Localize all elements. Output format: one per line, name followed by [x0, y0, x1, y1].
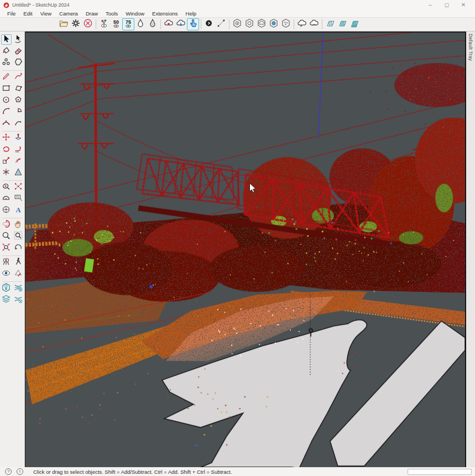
transparency-off-button[interactable]: [134, 18, 147, 30]
undet-classify-layers[interactable]: [1, 295, 12, 305]
hex-circle-icon: [244, 18, 254, 30]
mesh-tint-icon: [337, 18, 347, 30]
rotated-rectangle-tool[interactable]: [13, 83, 24, 94]
undet-import-point-cloud[interactable]: [1, 283, 12, 294]
paint-bucket-tool[interactable]: [1, 46, 12, 56]
mesh-from-ground-button[interactable]: [324, 18, 336, 30]
snap-sphere-button[interactable]: [268, 18, 280, 30]
default-tray-tab[interactable]: Default Tray: [468, 34, 473, 61]
follow-me-tool[interactable]: [13, 144, 24, 155]
scale-tool[interactable]: [1, 156, 12, 166]
position-camera-tool[interactable]: [1, 257, 12, 268]
two-point-arc-tool[interactable]: [1, 118, 12, 129]
measure-point-line-button[interactable]: [215, 18, 227, 30]
position-texture-tool[interactable]: [1, 182, 12, 192]
menu-draw[interactable]: Draw: [82, 10, 102, 18]
textlabel-icon: A1: [13, 193, 23, 205]
move-tool[interactable]: [1, 133, 12, 143]
look-around-tool[interactable]: [1, 269, 12, 279]
toggle-point-cloud-visibility-button[interactable]: [98, 18, 110, 30]
menu-edit[interactable]: Edit: [19, 10, 36, 18]
undet-fit-points[interactable]: [13, 295, 24, 305]
freehand-tool[interactable]: [13, 72, 24, 82]
arc2-icon: [1, 118, 11, 130]
section-plane-tool[interactable]: [13, 269, 24, 279]
menu-tools[interactable]: Tools: [102, 10, 122, 18]
reload-point-cloud-button[interactable]: [175, 18, 187, 30]
rectangle-tool[interactable]: [1, 83, 12, 94]
walk-tool[interactable]: [13, 257, 24, 268]
mesh-from-surface-button[interactable]: [336, 18, 348, 30]
hex-target-icon: [232, 18, 242, 30]
menu-camera[interactable]: Camera: [55, 10, 82, 18]
adjust-points-tool[interactable]: [13, 182, 24, 192]
snap-center-point-button[interactable]: [231, 18, 243, 30]
minimize-button[interactable]: –: [422, 0, 439, 10]
polygon-tool[interactable]: [13, 95, 24, 106]
toolbar-separator: [229, 19, 229, 29]
close-point-cloud-project-button[interactable]: [82, 18, 94, 30]
eraser-tool[interactable]: [13, 46, 24, 56]
arc-tool[interactable]: [1, 107, 12, 117]
transparency-on-button[interactable]: [147, 18, 159, 30]
pie-tool[interactable]: [13, 107, 24, 117]
three-point-arc-tool[interactable]: [13, 118, 24, 129]
measurements-box[interactable]: [408, 469, 472, 475]
three-d-text-tool[interactable]: A: [13, 205, 24, 216]
select-icon: [1, 34, 11, 46]
components-tool[interactable]: [1, 57, 12, 68]
snap-cloud-region-button[interactable]: [255, 18, 268, 30]
previous-view-tool[interactable]: [13, 243, 24, 253]
mesh-solid-button[interactable]: [348, 18, 361, 30]
section-icon: [13, 268, 23, 280]
menu-extensions[interactable]: Extensions: [148, 10, 181, 18]
point-cloud-settings-button[interactable]: [70, 18, 82, 30]
lasso-icon: [13, 34, 23, 46]
lasso-tool[interactable]: [13, 34, 24, 45]
sync-cloud-button[interactable]: [308, 18, 320, 30]
hex-sphere-icon: [269, 18, 279, 30]
axes-tool[interactable]: [1, 205, 12, 216]
maximize-button[interactable]: ◻: [439, 0, 455, 10]
drop-outline-icon: [135, 18, 145, 30]
snap-point-group-button[interactable]: [280, 18, 292, 30]
point-size-button[interactable]: [203, 18, 215, 30]
tape-measure-tool[interactable]: [1, 168, 12, 178]
zoom-window-tool[interactable]: [13, 231, 24, 242]
pencil-icon: [1, 71, 11, 83]
info-icon[interactable]: i: [17, 468, 23, 475]
pick-cloud-points-button[interactable]: [187, 18, 199, 30]
shapes-tool[interactable]: [13, 57, 24, 68]
zoom-tool[interactable]: [1, 231, 12, 242]
zoom-extents-tool[interactable]: [1, 243, 12, 253]
close-button[interactable]: ✕: [455, 0, 472, 10]
pan-icon: [13, 219, 23, 231]
model-viewport[interactable]: [25, 32, 466, 467]
undet-clean-points[interactable]: [13, 283, 24, 294]
push-pull-tool[interactable]: [13, 133, 24, 143]
point-density-75-button[interactable]: 75: [122, 18, 134, 30]
point-density-50-button[interactable]: 50: [110, 18, 122, 30]
pan-tool[interactable]: [13, 219, 24, 230]
menu-window[interactable]: Window: [122, 10, 148, 18]
point-cloud-scene[interactable]: [25, 33, 465, 467]
rotate-tool[interactable]: [1, 144, 12, 155]
open-point-cloud-button[interactable]: [58, 18, 70, 30]
protractor-tool[interactable]: [1, 193, 12, 204]
orbit-tool[interactable]: [1, 219, 12, 230]
select-tool[interactable]: [1, 34, 12, 45]
text-tool[interactable]: A1: [13, 193, 24, 204]
offset-tool[interactable]: [13, 156, 24, 166]
snap-circle-button[interactable]: [243, 18, 255, 30]
line-tool[interactable]: [1, 72, 12, 82]
dimension-tool[interactable]: [13, 168, 24, 178]
remove-cloud-section-button[interactable]: [296, 18, 308, 30]
help-icon[interactable]: ?: [5, 468, 12, 475]
menu-view[interactable]: View: [36, 10, 55, 18]
menu-file[interactable]: File: [3, 10, 19, 18]
cloud-download-icon: [176, 18, 186, 30]
circle-tool[interactable]: [1, 95, 12, 106]
bucket-icon: [1, 45, 11, 57]
menu-help[interactable]: Help: [182, 10, 201, 18]
unload-point-cloud-button[interactable]: [163, 18, 175, 30]
